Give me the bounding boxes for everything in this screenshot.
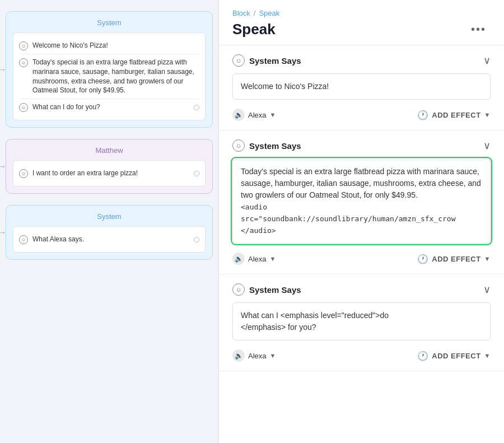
voice-name-3: Alexa <box>248 352 267 360</box>
voice-speaker-icon-3: 🔈 <box>232 349 245 362</box>
node-2-title: Matthew <box>13 146 206 155</box>
add-effect-button-2[interactable]: 🕐 ADD EFFECT ▼ <box>417 254 491 264</box>
add-effect-label-3: ADD EFFECT <box>432 352 480 360</box>
speech-icon: ☺ <box>19 41 28 50</box>
detail-header: Block / Speak Speak ••• <box>219 0 504 45</box>
section-2-text: Today's special is an extra large flatbr… <box>241 167 481 199</box>
breadcrumb: Block / Speak <box>232 9 491 17</box>
list-item: ☺ What can I do for you? <box>19 99 199 115</box>
add-effect-label-1: ADD EFFECT <box>432 111 480 119</box>
speech-icon: ☺ <box>19 103 28 112</box>
page-title-row: Speak ••• <box>232 21 491 38</box>
speak-section-2: ☺ System Says ∨ Today's special is an ex… <box>219 130 504 274</box>
list-item: ☺ Welcome to Nico's Pizza! <box>19 38 199 54</box>
voice-chevron-2: ▼ <box>270 255 276 262</box>
node-2-body: ☺ I want to order an extra large pizza! <box>13 160 206 186</box>
voice-chevron-3: ▼ <box>270 352 276 359</box>
connector-dot <box>194 171 199 176</box>
flow-node-system-2[interactable]: → System ☺ What Alexa says. <box>6 205 213 260</box>
section-1-header: ☺ System Says ∨ <box>232 54 491 67</box>
breadcrumb-separator: / <box>254 9 256 17</box>
section-2-title: System Says <box>249 141 301 151</box>
effect-chevron-1: ▼ <box>484 111 491 118</box>
list-item: ☺ Today's special is an extra large flat… <box>19 54 199 99</box>
detail-panel: Block / Speak Speak ••• ☺ System Says ∨ … <box>218 0 504 443</box>
clock-icon-1: 🕐 <box>417 110 429 120</box>
section-3-text: What can I <emphasis level="reduced">do<… <box>241 311 389 332</box>
item-text: What can I do for you? <box>32 102 189 112</box>
list-item: ☺ I want to order an extra large pizza! <box>19 165 199 181</box>
collapse-section-3-button[interactable]: ∨ <box>483 283 491 296</box>
effect-chevron-3: ▼ <box>484 352 491 359</box>
system-says-icon-2: ☺ <box>232 139 245 152</box>
voice-chevron-1: ▼ <box>270 111 276 118</box>
section-2-footer: 🔈 Alexa ▼ 🕐 ADD EFFECT ▼ <box>232 249 491 265</box>
voice-speaker-icon-2: 🔈 <box>232 253 245 265</box>
voice-speaker-icon-1: 🔈 <box>232 109 245 121</box>
audio-tag-text: <audiosrc="soundbank://soundlibrary/huma… <box>241 203 456 235</box>
section-3-text-box[interactable]: What can I <emphasis level="reduced">do<… <box>232 302 491 341</box>
section-2-header: ☺ System Says ∨ <box>232 139 491 152</box>
system-says-icon-3: ☺ <box>232 283 245 296</box>
node-3-title: System <box>13 212 206 221</box>
section-3-header: ☺ System Says ∨ <box>232 283 491 296</box>
flow-node-user-1[interactable]: → Matthew ☺ I want to order an extra lar… <box>6 139 213 194</box>
more-options-button[interactable]: ••• <box>466 21 491 38</box>
item-text: What Alexa says. <box>32 235 189 244</box>
section-1-title-row: ☺ System Says <box>232 54 301 67</box>
item-text: Today's special is an extra large flatbr… <box>32 58 199 95</box>
breadcrumb-current: Speak <box>259 9 279 17</box>
item-text: I want to order an extra large pizza! <box>32 169 189 178</box>
node-3-body: ☺ What Alexa says. <box>13 226 206 253</box>
section-1-title: System Says <box>249 56 301 66</box>
speak-section-1: ☺ System Says ∨ Welcome to Nico's Pizza!… <box>219 45 504 130</box>
voice-selector-2[interactable]: 🔈 Alexa ▼ <box>232 253 276 265</box>
connector-arrow-1: → <box>0 65 6 74</box>
add-effect-button-1[interactable]: 🕐 ADD EFFECT ▼ <box>417 110 491 120</box>
node-1-body: ☺ Welcome to Nico's Pizza! ☺ Today's spe… <box>13 32 206 120</box>
system-says-icon-1: ☺ <box>232 54 245 67</box>
connector-arrow-2: → <box>0 162 6 171</box>
flow-node-system-1[interactable]: → System ☺ Welcome to Nico's Pizza! ☺ To… <box>6 11 213 128</box>
speech-icon: ☺ <box>19 58 28 67</box>
section-1-text: Welcome to Nico's Pizza! <box>241 82 329 91</box>
add-effect-label-2: ADD EFFECT <box>432 255 480 263</box>
section-3-title: System Says <box>249 285 301 295</box>
section-3-footer: 🔈 Alexa ▼ 🕐 ADD EFFECT ▼ <box>232 346 491 362</box>
node-1-title: System <box>13 18 206 27</box>
connector-dot <box>194 105 199 110</box>
clock-icon-2: 🕐 <box>417 254 429 264</box>
speech-icon: ☺ <box>19 169 28 178</box>
collapse-section-2-button[interactable]: ∨ <box>483 139 491 152</box>
clock-icon-3: 🕐 <box>417 351 429 361</box>
breadcrumb-block-link[interactable]: Block <box>232 9 250 17</box>
speak-section-3: ☺ System Says ∨ What can I <emphasis lev… <box>219 274 504 371</box>
section-1-footer: 🔈 Alexa ▼ 🕐 ADD EFFECT ▼ <box>232 105 491 121</box>
page-title: Speak <box>232 21 276 38</box>
voice-selector-1[interactable]: 🔈 Alexa ▼ <box>232 109 276 121</box>
collapse-section-1-button[interactable]: ∨ <box>483 54 491 67</box>
speech-icon: ☺ <box>19 235 28 244</box>
voice-selector-3[interactable]: 🔈 Alexa ▼ <box>232 349 276 362</box>
item-text: Welcome to Nico's Pizza! <box>32 41 199 50</box>
effect-chevron-2: ▼ <box>484 255 491 262</box>
section-1-text-box[interactable]: Welcome to Nico's Pizza! <box>232 73 491 100</box>
section-3-title-row: ☺ System Says <box>232 283 301 296</box>
connector-dot <box>194 237 199 243</box>
voice-name-2: Alexa <box>248 255 267 263</box>
connector-arrow-3: → <box>0 228 6 237</box>
flow-canvas: → System ☺ Welcome to Nico's Pizza! ☺ To… <box>0 0 218 443</box>
section-2-text-box[interactable]: Today's special is an extra large flatbr… <box>232 158 491 244</box>
voice-name-1: Alexa <box>248 111 267 119</box>
list-item: ☺ What Alexa says. <box>19 231 199 248</box>
section-2-title-row: ☺ System Says <box>232 139 301 152</box>
add-effect-button-3[interactable]: 🕐 ADD EFFECT ▼ <box>417 351 491 361</box>
